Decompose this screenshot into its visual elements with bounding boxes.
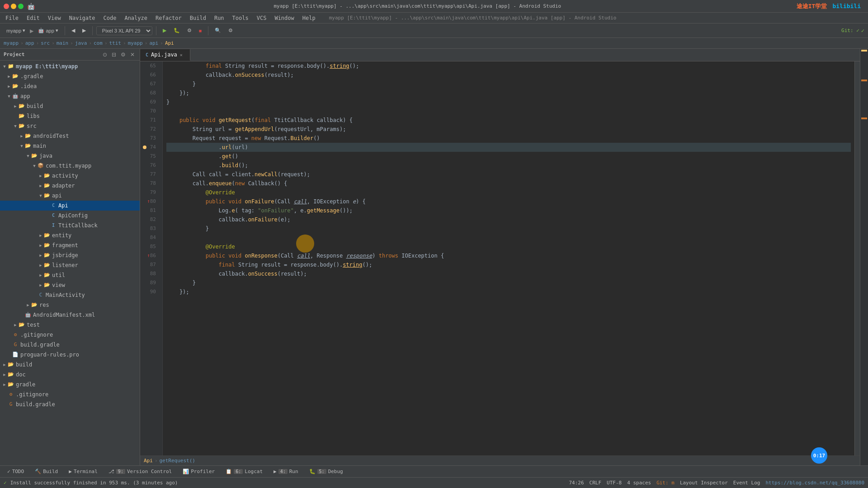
collapse-panel-button[interactable]: ⊟ [110, 51, 118, 58]
tree-item-view[interactable]: 📂 view [0, 280, 140, 290]
tree-item-com-ttit-myapp[interactable]: 📦 com.ttit.myapp [0, 161, 140, 171]
menu-tools[interactable]: Tools [229, 14, 252, 22]
bc-ttit[interactable]: ttit [109, 40, 122, 46]
tab-profiler[interactable]: 📊 Profiler [179, 468, 218, 475]
bc-src[interactable]: src [41, 40, 50, 46]
website-link[interactable]: https://blog.csdn.net/qq_33608080 [765, 480, 864, 486]
tree-item-build[interactable]: 📂 build [0, 101, 140, 111]
encoding[interactable]: UTF-8 [607, 480, 622, 486]
tree-item-app[interactable]: 🤖 app [0, 91, 140, 101]
tree-item-listener[interactable]: 📂 listener [0, 260, 140, 270]
menu-help[interactable]: Help [299, 14, 319, 22]
menu-vcs[interactable]: VCS [253, 14, 270, 22]
module-selector[interactable]: 🤖 app ▾ [35, 26, 61, 35]
code-editor[interactable]: 65 66 67 68 69 70 71 72 73 74 75 76 77 [140, 61, 860, 455]
maximize-button[interactable] [18, 4, 24, 9]
line-separator[interactable]: CRLF [590, 480, 602, 486]
menu-navigate[interactable]: Navigate [66, 14, 99, 22]
close-panel-button[interactable]: ✕ [129, 51, 136, 58]
tree-item-gradle-hidden[interactable]: 📂 .gradle [0, 71, 140, 81]
menu-edit[interactable]: Edit [23, 14, 43, 22]
menu-analyze[interactable]: Analyze [121, 14, 151, 22]
tree-item-build-gradle[interactable]: G build.gradle [0, 340, 140, 350]
bc-api[interactable]: api [149, 40, 158, 46]
bc-myapp[interactable]: myapp [4, 40, 19, 46]
tree-item-root-build-gradle[interactable]: G build.gradle [0, 399, 140, 409]
tree-item-gradle[interactable]: 📂 gradle [0, 380, 140, 389]
bc-java[interactable]: java [75, 40, 87, 46]
tree-item-proguard[interactable]: 📄 proguard-rules.pro [0, 350, 140, 360]
tree-item-apiconfig[interactable]: C ApiConfig [0, 211, 140, 221]
tree-item-api-java[interactable]: C Api [0, 201, 140, 211]
tree-item-myapp[interactable]: 📁 myapp E:\ttit\myapp [0, 61, 140, 71]
settings-panel-button[interactable]: ⚙ [119, 51, 127, 58]
search-everywhere-button[interactable]: 🔍 [212, 26, 224, 35]
tree-item-entity[interactable]: 📂 entity [0, 230, 140, 240]
bc-com[interactable]: com [94, 40, 103, 46]
tree-item-src[interactable]: 📂 src [0, 121, 140, 131]
tab-run[interactable]: ▶ 4: Run [270, 468, 302, 475]
tree-item-libs[interactable]: 📂 libs [0, 111, 140, 121]
sync-panel-button[interactable]: ⊙ [101, 51, 108, 58]
menu-build[interactable]: Build [186, 14, 210, 22]
layout-inspector-btn[interactable]: Layout Inspector [680, 480, 728, 486]
tree-item-manifest[interactable]: 🤖 AndroidManifest.xml [0, 310, 140, 320]
tree-item-res[interactable]: 📂 res [0, 300, 140, 310]
bc-myapp2[interactable]: myapp [128, 40, 143, 46]
tree-item-ttitcallback[interactable]: I TtitCallback [0, 221, 140, 230]
forward-button[interactable]: ▶ [80, 26, 89, 35]
tab-terminal[interactable]: ▶ Terminal [65, 468, 101, 475]
settings-button[interactable]: ⚙ [226, 26, 236, 35]
file-path-info: myapp [E:\ttit\myapp] - ...\app\src\main… [329, 15, 617, 21]
bc-file-api[interactable]: Api [144, 458, 153, 464]
tab-version-control[interactable]: ⎇ 9: Version Control [105, 468, 175, 475]
bc-method[interactable]: getRequest() [160, 458, 195, 464]
debug-button[interactable]: 🐛 [171, 26, 183, 35]
tree-item-test[interactable]: 📂 test [0, 320, 140, 330]
menu-view[interactable]: View [44, 14, 65, 22]
minimize-button[interactable] [11, 4, 16, 9]
indent-setting[interactable]: 4 spaces [627, 480, 651, 486]
tab-debug[interactable]: 🐛 5: Debug [306, 468, 347, 475]
gradle-icon: G [7, 401, 14, 408]
stop-button[interactable]: ■ [196, 27, 205, 35]
tree-item-root-build[interactable]: 📂 build [0, 360, 140, 370]
device-selector[interactable]: Pixel 3 XL API 29 [96, 26, 152, 35]
tab-build[interactable]: 🔨 Build [31, 468, 61, 475]
menu-window[interactable]: Window [271, 14, 297, 22]
cursor-position[interactable]: 74:26 [569, 480, 584, 486]
menu-file[interactable]: File [2, 14, 22, 22]
project-selector[interactable]: myapp ▾ [4, 26, 28, 35]
tree-item-api[interactable]: 📂 api [0, 191, 140, 201]
tree-item-doc[interactable]: 📂 doc [0, 370, 140, 380]
bc-main[interactable]: main [57, 40, 69, 46]
code-content[interactable]: final String result = response.body(). s… [163, 61, 854, 455]
tree-item-fragment[interactable]: 📂 fragment [0, 240, 140, 250]
tree-item-idea[interactable]: 📂 .idea [0, 81, 140, 91]
tree-item-main[interactable]: 📂 main [0, 141, 140, 151]
tree-item-util[interactable]: 📂 util [0, 270, 140, 280]
tree-item-root-gitignore[interactable]: ⚙ .gitignore [0, 389, 140, 399]
event-log-btn[interactable]: Event Log [733, 480, 760, 486]
bc-api-java[interactable]: Api [165, 40, 174, 46]
back-button[interactable]: ◀ [69, 26, 78, 35]
tab-logcat[interactable]: 📋 6: Logcat [222, 468, 266, 475]
menu-refactor[interactable]: Refactor [152, 14, 185, 22]
tree-item-androidtest[interactable]: 📂 androidTest [0, 131, 140, 141]
tree-item-java[interactable]: 📂 java [0, 151, 140, 161]
tree-label: .gitignore [20, 330, 53, 339]
close-button[interactable] [4, 4, 9, 9]
menu-code[interactable]: Code [100, 14, 120, 22]
tree-item-adapter[interactable]: 📂 adapter [0, 181, 140, 191]
bc-app[interactable]: app [25, 40, 34, 46]
tree-item-jsbridge[interactable]: 📂 jsbridge [0, 250, 140, 260]
tree-item-mainactivity[interactable]: C MainActivity [0, 290, 140, 300]
tree-item-gitignore[interactable]: ⚙ .gitignore [0, 330, 140, 340]
run-button[interactable]: ▶ [160, 26, 169, 35]
menu-run[interactable]: Run [211, 14, 228, 22]
attach-debugger-button[interactable]: ⚙ [184, 26, 194, 35]
tab-api-java[interactable]: C Api.java ✕ [140, 49, 190, 61]
tree-item-activity[interactable]: 📂 activity [0, 171, 140, 181]
tab-todo[interactable]: ✓ TODO [4, 468, 28, 475]
tab-close-button[interactable]: ✕ [180, 52, 183, 57]
